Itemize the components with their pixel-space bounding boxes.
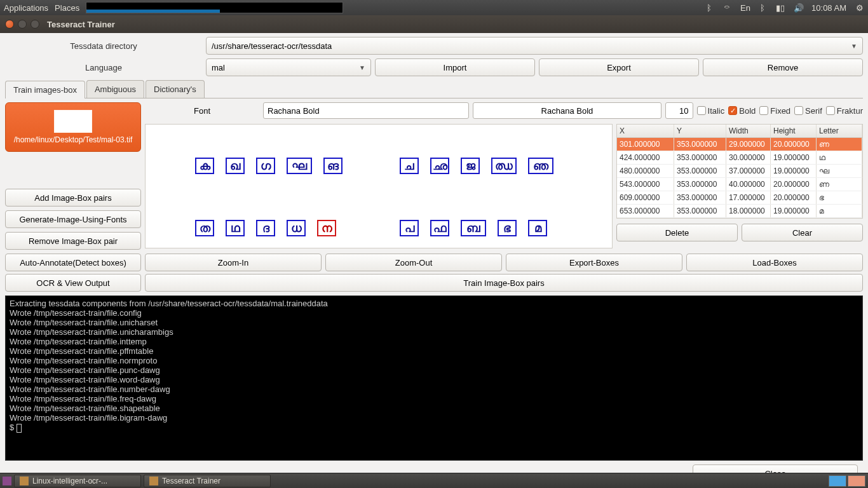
table-row[interactable]: 301.000000353.00000029.00000020.000000ണ — [617, 138, 862, 151]
table-cell: ഥ — [817, 151, 862, 164]
clear-button[interactable]: Clear — [742, 224, 863, 241]
minimize-icon[interactable] — [18, 20, 27, 29]
keyboard-layout-indicator[interactable]: En — [740, 3, 749, 13]
terminal-output[interactable]: Extracting tessdata components from /usr… — [5, 295, 863, 461]
glyph-box-selected[interactable]: ന — [317, 220, 336, 236]
load-boxes-button[interactable]: Load-Boxes — [686, 254, 863, 271]
glyph-box[interactable]: ഞ — [528, 158, 553, 174]
export-button[interactable]: Export — [539, 58, 699, 76]
auto-annotate-button[interactable]: Auto-Annotate(Detect boxes) — [5, 254, 141, 271]
close-icon[interactable] — [5, 20, 14, 29]
window-titlebar[interactable]: Tesseract Trainer — [0, 15, 868, 33]
taskbar-item[interactable]: Linux-intelligent-ocr-... — [14, 475, 141, 487]
workspace-switcher-2[interactable] — [848, 475, 865, 487]
font-size-value: 10 — [679, 106, 688, 116]
app-icon — [149, 477, 158, 485]
glyph-box[interactable]: ഥ — [226, 220, 245, 236]
battery-icon[interactable]: ▮▯ — [776, 3, 785, 13]
clock[interactable]: 10:08 AM — [811, 3, 846, 13]
col-y[interactable]: Y — [674, 125, 726, 137]
glyph-box[interactable]: ധ — [287, 220, 306, 236]
add-image-box-pairs-button[interactable]: Add Image-Box pairs — [5, 189, 141, 207]
glyph-box[interactable]: ക — [195, 158, 214, 174]
glyph-box[interactable]: ത — [195, 220, 214, 236]
col-height[interactable]: Height — [771, 125, 817, 137]
table-cell: 609.000000 — [617, 191, 674, 204]
volume-icon[interactable]: 🔊 — [794, 3, 803, 13]
fraktur-checkbox[interactable]: Fraktur — [826, 106, 863, 116]
col-width[interactable]: Width — [726, 125, 771, 137]
app-icon — [20, 477, 29, 485]
chevron-down-icon: ▼ — [359, 64, 365, 71]
bold-checkbox[interactable]: ✓Bold — [728, 106, 756, 116]
tab-train-images-box[interactable]: Train images-box — [5, 81, 85, 98]
ocr-view-output-button[interactable]: OCR & View Output — [5, 274, 141, 292]
system-monitor-applet[interactable] — [86, 2, 343, 13]
taskbar-item[interactable]: Tesseract Trainer — [144, 475, 271, 487]
train-image-box-pairs-button[interactable]: Train Image-Box pairs — [145, 274, 863, 292]
fixed-checkbox[interactable]: Fixed — [759, 106, 790, 116]
remove-button[interactable]: Remove — [703, 58, 863, 76]
glyph-box[interactable]: ഖ — [226, 158, 245, 174]
tab-dictionarys[interactable]: Dictionary's — [146, 80, 205, 98]
col-letter[interactable]: Letter — [817, 125, 862, 137]
serif-checkbox[interactable]: Serif — [794, 106, 822, 116]
font-name-input[interactable]: Rachana Bold — [263, 102, 469, 119]
zoom-in-button[interactable]: Zoom-In — [145, 254, 322, 271]
glyph-box[interactable]: ച — [400, 158, 419, 174]
remove-image-box-pair-button[interactable]: Remove Image-Box pair — [5, 232, 141, 250]
generate-image-using-fonts-button[interactable]: Generate-Image-Using-Fonts — [5, 210, 141, 228]
thumbnail-path: /home/linux/Desktop/Test/mal-03.tif — [14, 135, 133, 144]
table-cell: 301.000000 — [617, 138, 674, 151]
bluetooth-icon[interactable]: ᛒ — [705, 3, 714, 13]
glyph-box[interactable]: ങ — [323, 158, 342, 174]
glyph-box[interactable]: ദ — [256, 220, 275, 236]
box-table: X Y Width Height Letter 301.000000353.00… — [616, 124, 863, 219]
italic-checkbox[interactable]: Italic — [697, 106, 725, 116]
italic-label: Italic — [708, 106, 725, 116]
maximize-icon[interactable] — [31, 20, 39, 29]
glyph-box[interactable]: മ — [528, 220, 547, 236]
col-x[interactable]: X — [617, 125, 674, 137]
language-combo[interactable]: mal ▼ — [206, 58, 371, 76]
glyph-box[interactable]: ജ — [461, 158, 480, 174]
glyph-box[interactable]: ഗ — [256, 158, 275, 174]
bluetooth-icon-2[interactable]: ᛒ — [758, 3, 767, 13]
table-row[interactable]: 609.000000353.00000017.00000020.000000ഭ — [617, 191, 862, 205]
gear-icon[interactable]: ⚙ — [855, 3, 864, 13]
image-thumbnail[interactable]: /home/linux/Desktop/Test/mal-03.tif — [5, 102, 141, 152]
wifi-icon[interactable]: ⌔ — [722, 3, 731, 13]
workspace-switcher-1[interactable] — [829, 475, 846, 487]
language-label: Language — [5, 63, 202, 72]
places-menu[interactable]: Places — [55, 3, 79, 13]
font-desc-input[interactable]: Rachana Bold — [473, 102, 661, 119]
show-desktop-icon[interactable] — [3, 477, 11, 485]
glyph-box[interactable]: ഛ — [430, 158, 449, 174]
tessdata-directory-combo[interactable]: /usr/share/tesseract-ocr/tessdata ▼ — [206, 37, 863, 55]
table-row[interactable]: 653.000000353.00000018.00000019.000000മ — [617, 205, 862, 218]
table-cell: 20.000000 — [771, 138, 817, 151]
glyph-box[interactable]: ഫ — [430, 220, 449, 236]
font-size-spin[interactable]: 10 — [665, 102, 693, 119]
table-row[interactable]: 424.000000353.00000030.00000019.000000ഥ — [617, 151, 862, 165]
glyph-box[interactable]: ഘ — [287, 158, 312, 174]
glyph-box[interactable]: ബ — [461, 220, 486, 236]
glyph-box[interactable]: ഝ — [491, 158, 517, 174]
import-button[interactable]: Import — [375, 58, 535, 76]
applications-menu[interactable]: Applications — [4, 3, 48, 13]
terminal-cursor — [17, 424, 22, 433]
zoom-out-button[interactable]: Zoom-Out — [325, 254, 502, 271]
delete-button[interactable]: Delete — [616, 224, 738, 241]
table-row[interactable]: 543.000000353.00000040.00000020.000000ണ — [617, 178, 862, 191]
glyph-box[interactable]: ഭ — [498, 220, 517, 236]
window-title: Tesseract Trainer — [47, 20, 115, 29]
glyph-row: പ ഫ ബ ഭ മ — [400, 220, 547, 236]
bold-label: Bold — [739, 106, 756, 116]
export-boxes-button[interactable]: Export-Boxes — [506, 254, 682, 271]
table-row[interactable]: 480.000000353.00000037.00000019.000000ഘ — [617, 165, 862, 178]
glyph-canvas[interactable]: ക ഖ ഗ ഘ ങ ച ഛ ജ ഝ ഞ ത ഥ — [145, 124, 613, 248]
glyph-row: ത ഥ ദ ധ ന — [195, 220, 336, 236]
glyph-box[interactable]: പ — [400, 220, 419, 236]
tab-ambiguous[interactable]: Ambiguous — [86, 80, 144, 98]
table-cell: 19.000000 — [771, 151, 817, 164]
